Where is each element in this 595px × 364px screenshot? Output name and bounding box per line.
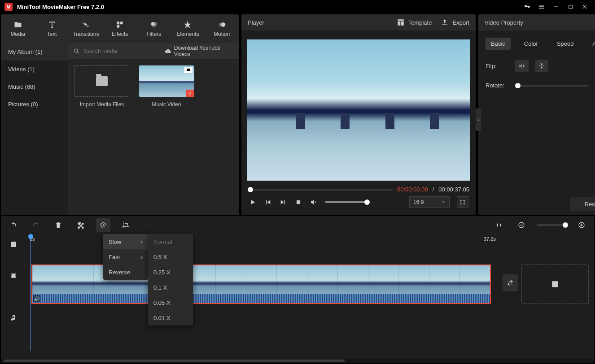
reset-button[interactable]: Reset — [570, 197, 595, 211]
zoom-slider[interactable] — [537, 224, 566, 226]
tab-effects-label: Effects — [112, 31, 128, 37]
export-icon — [441, 18, 449, 26]
media-clip-card[interactable]: ✓ Music Video — [139, 65, 194, 108]
tab-elements[interactable]: Elements — [171, 14, 205, 43]
tab-transitions[interactable]: Transitions — [69, 14, 103, 43]
tab-media-label: Media — [11, 31, 26, 37]
zoom-in-button[interactable] — [574, 218, 589, 232]
speed-sub-05x[interactable]: 0.5 X — [148, 249, 193, 264]
time-current: 00:00:00.00 — [397, 186, 428, 193]
speed-menu-slow-label: Slow — [109, 238, 121, 245]
prev-frame-button[interactable] — [264, 198, 272, 206]
video-clip[interactable]: 🔊 — [31, 264, 491, 304]
stop-button[interactable] — [294, 198, 302, 206]
time-sep: / — [433, 186, 434, 193]
crop-button[interactable] — [118, 218, 133, 232]
prop-tab-basic[interactable]: Basic — [486, 38, 511, 50]
clip-swap-button[interactable] — [503, 274, 518, 291]
next-frame-button[interactable] — [279, 198, 287, 206]
license-key-icon[interactable] — [521, 1, 533, 13]
speed-sub-005x[interactable]: 0.05 X — [148, 295, 193, 310]
speed-menu-fast[interactable]: Fast › — [103, 249, 148, 264]
tab-filters[interactable]: Filters — [137, 14, 171, 43]
template-button[interactable]: Template — [397, 18, 432, 26]
ruler-end: 37.2s — [484, 236, 496, 242]
progress-slider[interactable] — [248, 189, 393, 191]
flip-vertical-button[interactable] — [535, 60, 548, 72]
camera-badge-icon — [184, 67, 192, 73]
tab-motion[interactable]: Motion — [205, 14, 239, 43]
folder-icon — [96, 76, 108, 86]
speed-sub-025x[interactable]: 0.25 X — [148, 264, 193, 280]
split-button[interactable] — [74, 218, 88, 232]
play-button[interactable] — [249, 198, 257, 206]
app-title: MiniTool MovieMaker Free 7.2.0 — [17, 4, 104, 10]
add-track-button[interactable] — [1, 234, 26, 255]
speed-menu-reverse[interactable]: Reverse — [103, 264, 148, 280]
delete-button[interactable] — [51, 218, 66, 232]
volume-slider[interactable] — [325, 201, 368, 203]
zoom-fit-button[interactable] — [492, 218, 506, 232]
volume-button[interactable] — [310, 198, 318, 206]
preview-canvas[interactable] — [247, 39, 470, 181]
media-clip-label: Music Video — [152, 101, 181, 108]
timeline-scrollbar[interactable] — [1, 359, 594, 363]
chevron-down-icon — [441, 200, 446, 204]
fullscreen-button[interactable] — [457, 196, 468, 208]
media-grid: Import Media Files ✓ Music Video — [68, 59, 239, 114]
zoom-out-button[interactable] — [514, 218, 529, 232]
main-tabs: Media Text Transitions Effects Filters E… — [1, 14, 239, 43]
prop-tab-speed[interactable]: Speed — [551, 38, 579, 50]
aspect-ratio-select[interactable]: 16:9 — [409, 196, 450, 208]
window-minimize-icon[interactable] — [550, 1, 562, 13]
search-icon — [74, 48, 79, 54]
chevron-right-icon: › — [141, 254, 143, 260]
speed-menu-slow[interactable]: Slow › — [103, 234, 148, 249]
prop-tab-audio[interactable]: Audio — [587, 38, 595, 50]
panel-collapse-toggle[interactable]: › — [476, 108, 481, 131]
album-item-videos[interactable]: Videos (1) — [1, 61, 68, 78]
property-title: Video Property — [485, 19, 523, 26]
prop-tab-color[interactable]: Color — [519, 38, 543, 50]
svg-rect-5 — [297, 200, 300, 204]
audio-track-icon — [1, 297, 26, 339]
import-media-card[interactable]: Import Media Files — [74, 65, 129, 108]
svg-point-4 — [219, 23, 223, 26]
export-button[interactable]: Export — [441, 18, 469, 26]
undo-button[interactable] — [6, 218, 21, 232]
tab-text[interactable]: Text — [35, 14, 69, 43]
rotate-label: Rotate: — [486, 82, 509, 89]
album-item-my-album[interactable]: My Album (1) — [1, 43, 68, 61]
download-youtube-link[interactable]: Download YouTube Videos — [165, 45, 233, 57]
hamburger-menu-icon[interactable] — [536, 1, 547, 13]
window-maximize-icon[interactable] — [564, 1, 576, 13]
aspect-ratio-value: 16:9 — [413, 199, 424, 205]
search-input[interactable] — [84, 48, 156, 54]
redo-button[interactable] — [29, 218, 43, 232]
speed-button[interactable] — [96, 218, 110, 232]
media-area: Download YouTube Videos Import Media Fil… — [68, 43, 239, 215]
album-item-pictures[interactable]: Pictures (0) — [1, 95, 68, 113]
time-total: 00:00:37.05 — [438, 186, 469, 193]
window-close-icon[interactable] — [579, 1, 591, 13]
tab-media[interactable]: Media — [1, 14, 35, 43]
download-youtube-label: Download YouTube Videos — [174, 45, 233, 57]
flip-horizontal-button[interactable] — [515, 60, 529, 72]
speed-sub-01x[interactable]: 0.1 X — [148, 280, 193, 295]
tab-effects[interactable]: Effects — [103, 14, 137, 43]
tab-text-label: Text — [47, 31, 57, 37]
speed-sub-001x[interactable]: 0.01 X — [148, 310, 193, 325]
playhead[interactable] — [31, 234, 31, 351]
drop-zone[interactable] — [521, 264, 589, 304]
album-item-music[interactable]: Music (88) — [1, 78, 68, 95]
property-header: Video Property — [478, 14, 595, 30]
speed-sub-normal[interactable]: Normal — [148, 234, 193, 249]
template-icon — [397, 18, 405, 26]
timeline-toolbar — [1, 216, 594, 234]
flip-label: Flip: — [486, 63, 509, 69]
property-tabs: Basic Color Speed Audio — [486, 38, 595, 50]
player-title: Player — [248, 19, 264, 26]
tab-elements-label: Elements — [176, 31, 199, 37]
speed-menu-fast-label: Fast — [109, 254, 120, 260]
rotate-slider[interactable] — [515, 85, 589, 87]
